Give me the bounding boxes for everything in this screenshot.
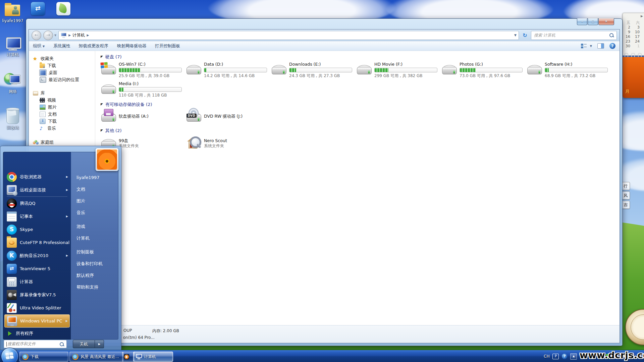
collapse-icon[interactable]: ◤ bbox=[101, 55, 103, 58]
group-header-harddisks[interactable]: ◤ 硬盘 (7) bbox=[101, 54, 620, 60]
desktop-icon-recycle-bin[interactable]: 回收站 bbox=[0, 109, 25, 131]
start-program-notepad[interactable]: 记事本▶ bbox=[3, 210, 71, 223]
taskbar-task-computer[interactable]: 计算机 bbox=[133, 352, 173, 362]
shutdown-button[interactable]: 关机 bbox=[73, 340, 95, 348]
views-button[interactable]: ▼ bbox=[581, 44, 592, 48]
ime-icon[interactable]: P bbox=[552, 354, 559, 359]
item-tile-nero-scout[interactable]: Nero Scout 系统文件夹 bbox=[186, 135, 271, 152]
drive-tile-e[interactable]: Downloads (E:) 24.3 GB 可用 , 共 27.3 GB bbox=[271, 62, 356, 79]
collapse-icon[interactable]: ◤ bbox=[101, 129, 103, 132]
maximize-button[interactable]: ▢ bbox=[588, 18, 598, 25]
start-program-cuteftp[interactable]: CuteFTP 8 Professional bbox=[3, 236, 71, 249]
teamviewer-icon: ⇄ bbox=[31, 2, 45, 15]
recent-pages-dropdown-icon[interactable]: ▼ bbox=[54, 34, 56, 37]
start-program-calculator[interactable]: 计算器 bbox=[3, 275, 71, 288]
sidebar-item-documents[interactable]: 文档 bbox=[29, 111, 95, 118]
start-program-video-splitter[interactable]: Ultra Video Splitter bbox=[3, 301, 71, 314]
sidebar-item-videos[interactable]: 视频 bbox=[29, 97, 95, 104]
drive-tile-g[interactable]: Photos (G:) 73.0 GB 可用 , 共 97.6 GB bbox=[441, 62, 527, 79]
help-button[interactable]: ? bbox=[609, 43, 615, 49]
group-header-other[interactable]: ◤ 其他 (2) bbox=[101, 127, 620, 134]
drive-tile-h[interactable]: Software (H:) 68.9 GB 可用 , 共 73.2 GB bbox=[527, 62, 612, 79]
capacity-bar bbox=[204, 68, 267, 72]
taskbar-task-media-player[interactable] bbox=[122, 352, 135, 362]
desktop-icon-feather-app[interactable] bbox=[56, 2, 70, 15]
sidebar-group-libraries[interactable]: 库 bbox=[29, 89, 95, 97]
sidebar-item-recent-places[interactable]: 最近访问的位置 bbox=[29, 76, 95, 83]
calendar-gadget[interactable]: ▶ 五六 23 910 1617 2324 301 月 bbox=[623, 13, 644, 98]
start-place-default-programs[interactable]: 默认程序 bbox=[71, 269, 118, 281]
toolbar-open-control-panel[interactable]: 打开控制面板 bbox=[155, 43, 180, 49]
shutdown-options-arrow[interactable]: ▶ bbox=[95, 340, 104, 348]
drive-icon bbox=[271, 62, 287, 76]
start-place-control-panel[interactable]: 控制面板 bbox=[71, 246, 118, 258]
taskbar-task-firefox-scenery[interactable]: 风景 高清风景 最近... bbox=[69, 352, 123, 362]
start-program-qq[interactable]: 腾讯QQ bbox=[3, 197, 71, 210]
gadget-expand-icon[interactable]: ▶ bbox=[641, 14, 643, 18]
start-place-games[interactable]: 游戏 bbox=[71, 221, 118, 232]
show-hidden-icons-button[interactable]: ▲ bbox=[570, 353, 577, 360]
desktop-icon-teamviewer[interactable]: ⇄ bbox=[31, 2, 45, 15]
taskbar-task-firefox-downloads[interactable]: 下载 bbox=[19, 352, 68, 362]
notepad-icon bbox=[7, 212, 17, 222]
start-place-music[interactable]: 音乐 bbox=[71, 207, 118, 219]
search-box[interactable]: 搜索 计算机 bbox=[531, 31, 617, 40]
refresh-button[interactable]: ↻ bbox=[521, 32, 529, 39]
toolbar-uninstall-program[interactable]: 卸载或更改程序 bbox=[79, 43, 108, 49]
sidebar-item-downloads-library[interactable]: 下载 bbox=[29, 118, 95, 125]
desktop-icon bbox=[40, 70, 46, 76]
toolbar-system-properties[interactable]: 系统属性 bbox=[53, 43, 70, 49]
organize-menu[interactable]: 组织▼ bbox=[33, 43, 45, 49]
sidebar-item-desktop[interactable]: 桌面 bbox=[29, 69, 95, 76]
start-program-windows-virtual-pc[interactable]: Windows Virtual PC▶ bbox=[4, 314, 70, 327]
calendar-month-label: 月 bbox=[625, 88, 630, 95]
drive-tile-floppy[interactable]: 软盘驱动器 (A:) bbox=[101, 109, 186, 124]
start-place-computer[interactable]: 计算机 bbox=[71, 232, 118, 244]
sidebar-group-homegroup[interactable]: 家庭组 bbox=[29, 139, 95, 146]
start-program-remote-desktop[interactable]: 远程桌面连接▶ bbox=[3, 183, 71, 196]
user-avatar[interactable] bbox=[96, 148, 118, 171]
desktop-icon-computer[interactable]: 计算机 bbox=[0, 38, 25, 58]
desktop-icon-user-folder[interactable]: liyafe1997 bbox=[0, 2, 25, 23]
preview-pane-button[interactable] bbox=[597, 43, 604, 49]
collapse-icon[interactable]: ◤ bbox=[101, 103, 103, 106]
breadcrumb-location[interactable]: 计算机 bbox=[72, 33, 85, 38]
address-dropdown-icon[interactable]: ▼ bbox=[514, 34, 517, 37]
start-place-devices-printers[interactable]: 设备和打印机 bbox=[71, 258, 118, 269]
ime-help-icon[interactable]: ? bbox=[562, 354, 567, 359]
start-search-box[interactable]: 搜索程序和文件 bbox=[4, 340, 67, 348]
submenu-arrow-icon: ▶ bbox=[66, 319, 68, 322]
sidebar-item-pictures[interactable]: 图片 bbox=[29, 104, 95, 111]
language-indicator[interactable]: CH bbox=[544, 354, 549, 359]
computer-icon bbox=[61, 33, 67, 38]
drive-tile-i[interactable]: Media (I:) 110 GB 可用 , 共 118 GB bbox=[101, 81, 186, 99]
start-program-kugou[interactable]: K 酷狗音乐2010▶ bbox=[3, 249, 71, 262]
all-programs-button[interactable]: 所有程序 bbox=[3, 328, 71, 339]
drive-tile-d[interactable]: Data (D:) 14.2 GB 可用 , 共 14.6 GB bbox=[186, 62, 271, 79]
minimize-button[interactable]: – bbox=[577, 18, 587, 25]
start-program-screen-recorder[interactable]: 屏幕录像专家V7.5 bbox=[3, 288, 71, 301]
sidebar-group-favorites[interactable]: ★ 收藏夹 bbox=[29, 55, 95, 62]
sidebar-item-music[interactable]: ♪ 音乐 bbox=[29, 125, 95, 132]
drive-tile-dvd[interactable]: DVD DVD RW 驱动器 (J:) bbox=[186, 109, 271, 124]
group-header-removable[interactable]: ◤ 有可移动存储的设备 (2) bbox=[101, 101, 620, 108]
drive-tile-f[interactable]: HD Movie (F:) 299 GB 可用 , 共 382 GB bbox=[356, 62, 441, 79]
sidebar-item-downloads[interactable]: 下载 bbox=[29, 62, 95, 69]
start-program-chrome[interactable]: 谷歌浏览器▶ bbox=[3, 170, 71, 183]
close-button[interactable]: ✕ bbox=[598, 18, 614, 25]
breadcrumb-separator-icon[interactable]: ▶ bbox=[87, 34, 89, 37]
address-breadcrumb[interactable]: ▶ 计算机 ▶ ▼ bbox=[58, 31, 519, 40]
forward-button[interactable]: → bbox=[43, 31, 53, 40]
drive-tile-c[interactable]: OS-Win7 (C:) 25.9 GB 可用 , 共 39.0 GB bbox=[101, 62, 186, 79]
back-button[interactable]: ← bbox=[32, 31, 41, 40]
start-place-documents[interactable]: 文档 bbox=[71, 183, 118, 195]
desktop-icon-network[interactable]: 网络 bbox=[0, 72, 25, 95]
recent-places-icon bbox=[40, 77, 46, 83]
start-button[interactable] bbox=[1, 348, 18, 362]
start-place-user[interactable]: liyafe1997 bbox=[71, 172, 118, 183]
toolbar-map-network-drive[interactable]: 映射网络驱动器 bbox=[117, 43, 147, 49]
start-place-help-support[interactable]: 帮助和支持 bbox=[71, 281, 118, 293]
start-program-teamviewer[interactable]: ⇄ TeamViewer 5 bbox=[3, 262, 71, 275]
start-program-skype[interactable]: S Skype bbox=[3, 223, 71, 236]
start-place-pictures[interactable]: 图片 bbox=[71, 195, 118, 207]
